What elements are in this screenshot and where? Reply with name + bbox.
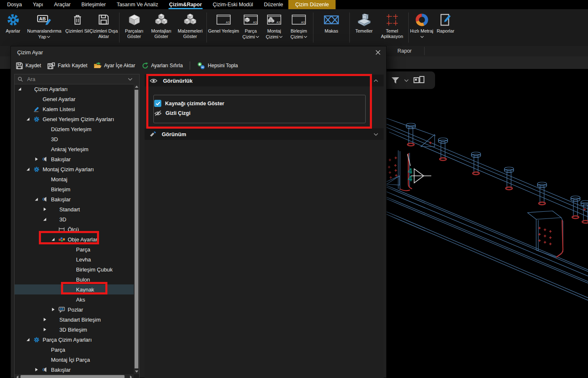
expander-icon[interactable] — [51, 234, 55, 244]
tree-item-levha[interactable]: Levha — [15, 254, 134, 264]
expander-icon[interactable] — [18, 84, 22, 94]
expander-icon[interactable] — [34, 194, 38, 204]
tree-item-bak-lar[interactable]: Bakışlar — [15, 194, 134, 204]
ribbon-button-temel-aplikasyon[interactable]: Temel Aplikasyon — [377, 9, 407, 46]
scroll-left-arrow[interactable] — [16, 375, 18, 378]
expander-icon[interactable] — [34, 365, 38, 375]
menu-item-izim-eski-mod-l[interactable]: Çizim-Eski Modül — [207, 0, 259, 9]
expander-icon[interactable] — [43, 315, 47, 325]
tree-item-3d-birle-im[interactable]: 3D Birleşim — [15, 325, 134, 335]
tree-item-birle-im-ubuk[interactable]: Birleşim Çubuk — [15, 264, 134, 274]
menu-item-yap[interactable]: Yapı — [27, 0, 48, 9]
tree-item-par-a-izim-ayarlar[interactable]: Parça Çizim Ayarları — [15, 335, 134, 345]
expander-icon[interactable] — [26, 164, 30, 174]
ribbon-button-malzemeleri-g-ster[interactable]: Malzemeleri Göster — [175, 9, 205, 46]
menu-item-izim-d-zenle[interactable]: Çizim Düzenle — [288, 0, 336, 9]
setting-row-kayna-izimde-g-ster[interactable]: Kaynağı çizimde Göster — [154, 100, 224, 107]
tree-item-genel-yerle-im-izim-ayarlar[interactable]: Genel Yerleşim Çizim Ayarları — [15, 114, 134, 124]
views-save-icon[interactable] — [413, 76, 425, 85]
setting-row-gizli-izgi[interactable]: Gizli Çizgi — [154, 110, 191, 116]
chevron-down-icon[interactable] — [374, 133, 378, 136]
chevron-up-icon[interactable] — [374, 79, 378, 82]
ribbon-button-numaraland-rma-yap[interactable]: ABNumaralandırma Yap — [23, 9, 65, 46]
tree-item-bulon[interactable]: Bulon — [15, 274, 134, 284]
tree-item-par-a[interactable]: Parça — [15, 345, 134, 355]
gear-icon — [6, 12, 20, 28]
tree-item-standart-birle-im[interactable]: Standart Birleşim — [15, 315, 134, 325]
toolbar-button-hepsini-topla[interactable]: Hepsini Topla — [197, 62, 238, 70]
menu-item-dosya[interactable]: Dosya — [2, 0, 27, 9]
import-icon — [94, 62, 102, 69]
tree-item-obje-ayarlar[interactable]: Obje Ayarları — [15, 234, 134, 244]
tree-item-3d[interactable]: 3D — [15, 134, 134, 144]
tree-item-3d[interactable]: 3D — [15, 214, 134, 224]
tree-item-bak-lar[interactable]: Bakışlar — [15, 154, 134, 164]
tree-item-aks[interactable]: Aks — [15, 294, 134, 304]
tree-item-kalem-listesi[interactable]: Kalem Listesi — [15, 104, 134, 114]
tree-item-montaj-i-i-par-a[interactable]: Montaj İçi Parça — [15, 355, 134, 365]
chevron-down-icon[interactable] — [404, 79, 409, 82]
scrollbar-thumb[interactable] — [135, 90, 138, 368]
toolbar-button-ayar-i-e-aktar[interactable]: Ayar İçe Aktar — [94, 62, 135, 69]
expander-icon[interactable] — [26, 114, 30, 124]
tree-item-birle-im[interactable]: Birleşim — [15, 184, 134, 194]
expander-icon[interactable] — [34, 154, 38, 164]
expander-icon[interactable] — [26, 335, 30, 345]
menu-item-ara-lar[interactable]: Araçlar — [48, 0, 76, 9]
expander-icon[interactable] — [51, 304, 55, 315]
ribbon-button-ayarlar[interactable]: Ayarlar — [3, 9, 23, 46]
ribbon-button-par-alar-g-ster[interactable]: Parçaları Göster — [121, 9, 148, 46]
ribbon-button-montaj-izimi[interactable]: A3Montaj Çizimi — [262, 9, 286, 46]
menu-item-birle-imler[interactable]: Birleşimler — [76, 0, 111, 9]
close-button[interactable] — [373, 49, 383, 57]
svg-text:A3: A3 — [226, 21, 230, 24]
expander-icon[interactable] — [43, 204, 47, 214]
ribbon-button-izimleri-sil[interactable]: Çizimleri Sil — [65, 9, 89, 46]
ribbon-button-montajlar-g-ster[interactable]: Montajları Göster — [148, 9, 175, 46]
tree-item-par-a[interactable]: Parça — [15, 244, 134, 254]
tree-item-ankraj-yerle-im[interactable]: Ankraj Yerleşim — [15, 144, 134, 154]
scroll-right-arrow[interactable] — [130, 375, 132, 378]
tree-item-label: Aks — [76, 294, 85, 304]
tree-item-izim-ayarlar[interactable]: Çizim Ayarları — [15, 84, 134, 94]
checkbox-checked[interactable] — [154, 100, 161, 107]
tree-item-kaynak[interactable]: Kaynak — [15, 284, 134, 294]
expander-icon[interactable] — [43, 214, 47, 224]
tree-item-l[interactable]: Ölçü — [15, 224, 134, 234]
tree-item-bak-lar[interactable]: Bakışlar — [15, 365, 134, 375]
section-header-g-r-n-rl-k[interactable]: Görünürlük — [145, 75, 384, 86]
ribbon-group-divider — [206, 13, 207, 43]
scrollbar-thumb[interactable] — [20, 375, 125, 378]
scroll-up-arrow[interactable] — [135, 86, 138, 88]
expander-icon[interactable] — [43, 325, 47, 335]
gear-icon — [33, 164, 40, 174]
ribbon-button-izimleri-d-a-aktar[interactable]: Çizimleri Dışa Aktar — [89, 9, 118, 46]
weld-symbol-annotation: 4 4 — [407, 154, 431, 183]
ribbon-button-genel-yerle-im[interactable]: A3Genel Yerleşim — [208, 9, 239, 46]
tree-item-pozlar[interactable]: ABPozlar — [15, 304, 134, 315]
toolbar-button-ayarlar-s-f-rla[interactable]: Ayarları Sıfırla — [142, 62, 183, 69]
tree-item-standart[interactable]: Standart — [15, 204, 134, 214]
ribbon-button-makas[interactable]: Makas — [315, 9, 348, 46]
scroll-down-arrow[interactable] — [135, 370, 138, 373]
ribbon-button-temeller[interactable]: Temeller — [351, 9, 377, 46]
tree-item-montaj[interactable]: Montaj — [15, 174, 134, 184]
menu-item-tasar-m-ve-analiz[interactable]: Tasarım Ve Analiz — [111, 0, 163, 9]
section-header-g-r-n-m[interactable]: Görünüm — [145, 128, 384, 140]
tree-item-label: Standart Birleşim — [59, 315, 101, 325]
ribbon-button-birle-im-izimi[interactable]: A3Birleşim Çizimi — [286, 9, 312, 46]
ribbon-button-raporlar[interactable]: Raporlar — [433, 9, 458, 46]
tree-item-montaj-izim-ayarlar[interactable]: Montaj Çizim Ayarları — [15, 164, 134, 174]
tree-item-d-zlem-yerle-im[interactable]: Düzlem Yerleşim — [15, 124, 134, 134]
vertical-scrollbar[interactable] — [134, 84, 139, 374]
ribbon-button-h-zl-metraj[interactable]: Hızlı Metraj — [410, 9, 433, 46]
toolbar-divider — [190, 61, 190, 70]
horizontal-scrollbar[interactable] — [15, 374, 134, 378]
tree-item-genel-ayarlar[interactable]: Genel Ayarlar — [15, 94, 134, 104]
filter-icon[interactable] — [391, 77, 400, 84]
menu-item-izim-rapor[interactable]: Çizim&Rapor — [164, 0, 207, 9]
toolbar-button-kaydet[interactable]: Kaydet — [16, 62, 41, 69]
toolbar-button-farkl-kaydet[interactable]: Farklı Kaydet — [47, 62, 87, 69]
ribbon-button-par-a-izimi[interactable]: A3Parça Çizimi — [239, 9, 262, 46]
menu-item-d-zenle[interactable]: Düzenle — [259, 0, 289, 9]
